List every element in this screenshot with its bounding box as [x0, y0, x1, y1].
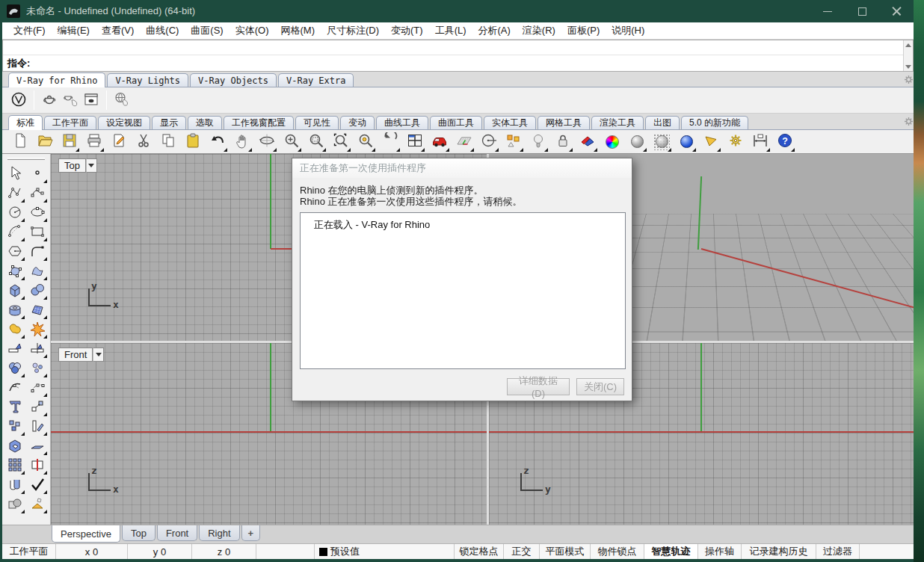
solid-cylinder-button[interactable] [4, 300, 25, 320]
viewport-menu-arrow-icon[interactable] [93, 348, 104, 362]
viewport-menu-arrow-icon[interactable] [86, 158, 97, 173]
dimension-button[interactable] [750, 132, 771, 152]
split-button[interactable] [26, 339, 48, 359]
undo-view-change-button[interactable] [380, 132, 401, 152]
zoom-window-button[interactable] [306, 132, 327, 152]
status-toggle-6[interactable]: 记录建构历史 [742, 544, 816, 559]
contour-button[interactable] [4, 475, 25, 495]
boolean-solids-button[interactable] [4, 495, 25, 514]
toolbar-tab-12[interactable]: 渲染工具 [591, 116, 644, 129]
help-button[interactable]: ? [774, 132, 795, 152]
toolbar-tab-9[interactable]: 曲面工具 [430, 116, 482, 129]
menu-item-4[interactable]: 曲面(S) [185, 22, 229, 39]
menu-item-8[interactable]: 变动(T) [385, 22, 429, 39]
menu-item-11[interactable]: 渲染(R) [517, 22, 561, 39]
copy-button[interactable] [158, 132, 179, 152]
control-point-curve-button[interactable] [26, 184, 48, 203]
section-button[interactable] [26, 456, 48, 475]
toolbar-tab-5[interactable]: 工作视窗配置 [224, 116, 294, 129]
viewport-layout-button[interactable] [404, 132, 425, 152]
travel-car-button[interactable] [429, 132, 450, 152]
status-toggle-3[interactable]: 物件锁点 [591, 544, 644, 559]
undo-button[interactable] [207, 132, 228, 152]
menu-item-6[interactable]: 网格(M) [274, 22, 321, 39]
status-toggle-0[interactable]: 锁定格点 [455, 544, 504, 559]
minimize-button[interactable] [810, 0, 845, 22]
curved-surface-button[interactable] [26, 262, 48, 281]
trim-button[interactable] [4, 339, 25, 359]
options-gear-button[interactable] [725, 132, 746, 152]
select-pointer-button[interactable] [4, 164, 25, 184]
circle-button[interactable] [4, 203, 25, 223]
point-cloud-button[interactable] [26, 359, 48, 378]
command-scrollbar[interactable] [903, 40, 913, 71]
menu-item-0[interactable]: 文件(F) [7, 22, 52, 39]
toolbar-tab-11[interactable]: 网格工具 [538, 116, 590, 129]
status-layer[interactable]: 预设值 [315, 544, 455, 559]
menu-item-10[interactable]: 分析(A) [472, 22, 517, 39]
details-button[interactable]: 详细数据(D) [507, 378, 570, 395]
teapot-pick-button[interactable] [60, 90, 81, 111]
orient-on-surface-button[interactable] [26, 495, 48, 514]
menu-item-9[interactable]: 工具(L) [429, 22, 472, 39]
tab-options-gear-icon[interactable] [903, 74, 909, 88]
save-button[interactable] [59, 132, 80, 152]
render-window-button[interactable] [81, 90, 102, 111]
edit-notes-button[interactable] [108, 132, 129, 152]
scroll-up-icon[interactable] [904, 40, 913, 49]
vray-tab-2[interactable]: V-Ray Objects [190, 73, 277, 87]
solid-box-button[interactable] [4, 281, 25, 300]
toolbar-tab-10[interactable]: 实体工具 [484, 116, 536, 129]
solid-edit-button[interactable] [4, 436, 25, 456]
explode-button[interactable] [26, 320, 48, 339]
polygon-button[interactable] [4, 242, 25, 262]
vray-logo-button[interactable] [8, 90, 29, 111]
add-viewport-tab-button[interactable]: + [241, 525, 261, 541]
dialog-close-button[interactable]: 关闭(C) [576, 378, 624, 395]
viewport-title-front[interactable]: Front [58, 348, 93, 362]
ghosted-viewport-button[interactable] [651, 132, 672, 152]
render-cone-button[interactable] [700, 132, 721, 152]
single-point-button[interactable] [26, 164, 48, 184]
menu-item-13[interactable]: 说明(H) [606, 22, 650, 39]
group-objects-button[interactable] [4, 417, 25, 436]
toolbar-tab-0[interactable]: 标准 [8, 115, 43, 130]
layer-button[interactable] [577, 132, 598, 152]
vray-tab-3[interactable]: V-Ray Extra [278, 73, 354, 87]
adjust-curve-button[interactable] [4, 378, 25, 398]
zoom-selected-button[interactable] [355, 132, 376, 152]
tab-options-gear-icon[interactable] [903, 116, 909, 130]
toolbar-tab-8[interactable]: 曲线工具 [376, 116, 428, 129]
ellipse-button[interactable] [26, 203, 48, 223]
status-toggle-2[interactable]: 平面模式 [540, 544, 591, 559]
new-file-button[interactable] [10, 132, 31, 152]
toolbar-tab-6[interactable]: 可见性 [295, 116, 339, 129]
menu-item-3[interactable]: 曲线(C) [140, 22, 185, 39]
toolbar-grip[interactable] [7, 158, 45, 160]
rendered-viewport-button[interactable] [676, 132, 697, 152]
move-point-button[interactable] [26, 398, 48, 417]
menu-item-1[interactable]: 编辑(E) [52, 22, 96, 39]
named-cplane-button[interactable] [503, 132, 524, 152]
globe-pick-button[interactable] [111, 90, 132, 111]
vray-tab-0[interactable]: V-Ray for Rhino [8, 72, 105, 87]
rotate-view-button[interactable] [256, 132, 277, 152]
lock-button[interactable] [552, 132, 573, 152]
status-cplane[interactable]: 工作平面 [2, 544, 56, 559]
arc-button[interactable] [4, 223, 25, 242]
cut-button[interactable] [133, 132, 154, 152]
text-object-button[interactable] [4, 398, 25, 417]
rectangle-button[interactable] [26, 223, 48, 242]
open-file-button[interactable] [34, 132, 55, 152]
plugin-load-list[interactable]: 正在载入 - V-Ray for Rhino [300, 212, 626, 369]
toolbar-tab-2[interactable]: 设定视图 [98, 116, 150, 129]
pan-view-button[interactable] [232, 132, 253, 152]
viewport-tab-top[interactable]: Top [122, 525, 155, 541]
teapot-button[interactable] [39, 90, 60, 111]
status-toggle-7[interactable]: 过滤器 [816, 544, 860, 559]
command-prompt[interactable]: 指令: [3, 55, 913, 71]
status-toggle-5[interactable]: 操作轴 [698, 544, 742, 559]
rebuild-curve-button[interactable] [26, 378, 48, 398]
solid-sphere-button[interactable] [26, 281, 48, 300]
boolean-union-button[interactable] [4, 320, 25, 339]
